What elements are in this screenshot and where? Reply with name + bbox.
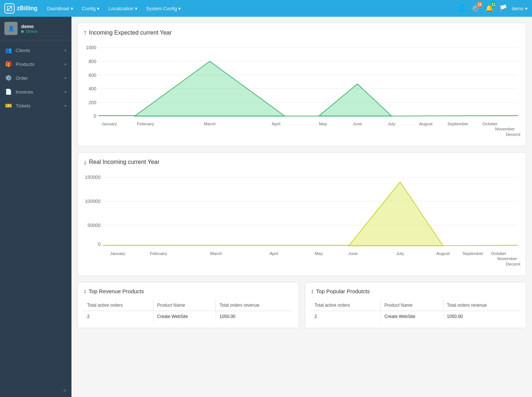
svg-text:May: May: [319, 121, 327, 126]
table1-row1-col1: 2: [84, 311, 153, 322]
svg-text:November: November: [497, 256, 517, 261]
svg-text:0: 0: [98, 241, 101, 247]
svg-text:January: January: [110, 251, 125, 256]
table2-row1-col1: 2: [311, 311, 381, 322]
up-arrow-icon: ↑: [84, 29, 87, 36]
sidebar-item-clients[interactable]: 👥 Clients ▾: [0, 43, 71, 57]
chart2-panel: ↓ Real Incoming current Year 150000 1000…: [77, 152, 526, 276]
table2-row1-col3: 1050.00: [443, 311, 520, 322]
svg-text:August: August: [419, 121, 433, 126]
table1-row1-col3: 1050.00: [216, 311, 293, 322]
svg-text:June: June: [353, 121, 362, 126]
svg-text:March: March: [210, 251, 222, 256]
logo-icon: [4, 3, 15, 13]
table-row: 2 Create WebSite 1050.00: [311, 311, 520, 322]
top-revenue-panel: ↕ Top Revenue Products Total active orde…: [77, 282, 299, 328]
nav-right: 🌐 ⚙️ 15 🔔 11 🏳️ demo ▾: [456, 3, 528, 14]
bottom-tables-row: ↕ Top Revenue Products Total active orde…: [77, 282, 526, 328]
user-info: demo Online: [21, 24, 38, 34]
chart1-svg-container: 1000 800 600 400 200 0: [84, 41, 520, 140]
top-nav: zBilling DashBoad ▾ Config ▾ Localizatio…: [0, 0, 532, 17]
table1-col1-header: Total active orders: [84, 300, 153, 311]
app-name: zBilling: [17, 5, 38, 12]
notification-badge: 11: [490, 1, 496, 7]
settings-badge: 15: [477, 1, 482, 7]
svg-text:July: July: [396, 251, 404, 256]
svg-text:800: 800: [89, 59, 97, 64]
sidebar-item-order[interactable]: ⚙️ Order ▾: [0, 71, 71, 85]
app-logo[interactable]: zBilling: [4, 3, 38, 13]
svg-text:April: April: [272, 121, 280, 126]
svg-text:October: October: [491, 251, 506, 256]
svg-text:April: April: [269, 251, 278, 256]
notification-icon-btn[interactable]: 🔔 11: [484, 3, 495, 14]
nav-dashboard[interactable]: DashBoad ▾: [43, 4, 77, 13]
svg-text:December: December: [506, 132, 520, 137]
clients-chevron-icon: ▾: [65, 48, 66, 52]
tickets-chevron-icon: ▾: [65, 104, 66, 108]
table2-header-row: Total active orders Product Name Total o…: [311, 300, 520, 311]
svg-text:150000: 150000: [85, 174, 101, 180]
invoices-icon: 📄: [5, 89, 12, 95]
chevron-down-icon: ▾: [178, 6, 181, 11]
flag-icon-btn[interactable]: 🏳️: [498, 3, 509, 14]
sidebar-item-products[interactable]: 🎁 Products ▾: [0, 57, 71, 71]
svg-text:0: 0: [94, 113, 96, 119]
globe-icon-btn[interactable]: 🌐: [456, 3, 467, 14]
table2-row1-col2: Create WebSite: [381, 311, 443, 322]
main-content: ↑ Incoming Expected current Year 1000 80…: [71, 17, 532, 397]
down-arrow-icon: ↓: [84, 158, 87, 166]
top-popular-table: Total active orders Product Name Total o…: [311, 300, 520, 322]
svg-text:May: May: [315, 251, 323, 256]
svg-text:February: February: [137, 121, 154, 126]
chart1-title: ↑ Incoming Expected current Year: [84, 29, 520, 36]
nav-localization[interactable]: Localization ▾: [105, 4, 141, 13]
svg-text:February: February: [150, 251, 167, 256]
svg-marker-37: [349, 182, 443, 246]
nav-system-config[interactable]: System Config ▾: [143, 4, 185, 13]
svg-text:November: November: [495, 126, 515, 131]
svg-text:50000: 50000: [88, 223, 101, 228]
nav-config[interactable]: Config ▾: [78, 4, 104, 13]
clients-icon: 👥: [5, 47, 12, 54]
invoices-chevron-icon: ▾: [65, 90, 66, 94]
user-profile: 👤 demo Online: [0, 17, 71, 40]
online-status: Online: [21, 29, 38, 34]
svg-text:July: July: [388, 121, 396, 126]
status-dot: [21, 30, 24, 33]
chevron-down-icon: ▾: [97, 6, 100, 11]
top-popular-panel: ↕ Top Popular Produtcts Total active ord…: [305, 282, 527, 328]
svg-marker-1: [7, 6, 12, 11]
svg-text:March: March: [204, 121, 216, 126]
svg-text:June: June: [349, 251, 358, 256]
app-body: 👤 demo Online 👥 Clients ▾ 🎁 Products ▾: [0, 17, 532, 397]
svg-text:September: September: [447, 121, 468, 126]
sidebar-item-invoices[interactable]: 📄 Invoices ▾: [0, 85, 71, 99]
order-chevron-icon: ▾: [65, 76, 66, 80]
svg-text:400: 400: [89, 86, 97, 91]
products-icon: 🎁: [5, 61, 12, 67]
user-menu-btn[interactable]: demo ▾: [512, 6, 528, 11]
chevron-down-icon: ▾: [71, 6, 73, 11]
sidebar-collapse-button[interactable]: <: [0, 384, 71, 397]
settings-icon-btn[interactable]: ⚙️ 15: [470, 3, 481, 14]
table2-col3-header: Total orders revenue: [443, 300, 520, 311]
table1-col2-header: Product Name: [153, 300, 215, 311]
table-row: 2 Create WebSite 1050.00: [84, 311, 293, 322]
top-popular-title: ↕ Top Popular Produtcts: [311, 288, 520, 295]
table2-col1-header: Total active orders: [311, 300, 381, 311]
products-chevron-icon: ▾: [65, 62, 66, 66]
sort-icon: ↕: [84, 288, 86, 295]
svg-text:December: December: [506, 261, 520, 266]
svg-text:August: August: [436, 251, 450, 256]
avatar: 👤: [4, 22, 18, 35]
chart2-title: ↓ Real Incoming current Year: [84, 158, 520, 166]
svg-text:200: 200: [89, 100, 97, 105]
chart1-panel: ↑ Incoming Expected current Year 1000 80…: [77, 23, 526, 146]
sidebar: 👤 demo Online 👥 Clients ▾ 🎁 Products ▾: [0, 17, 71, 397]
sidebar-item-tickets[interactable]: 🎫 Tickets ▾: [0, 99, 71, 113]
sidebar-menu: 👥 Clients ▾ 🎁 Products ▾ ⚙️ Order ▾ 📄 In…: [0, 40, 71, 384]
tickets-icon: 🎫: [5, 102, 12, 109]
svg-text:September: September: [462, 251, 483, 256]
svg-text:1000: 1000: [86, 45, 97, 50]
